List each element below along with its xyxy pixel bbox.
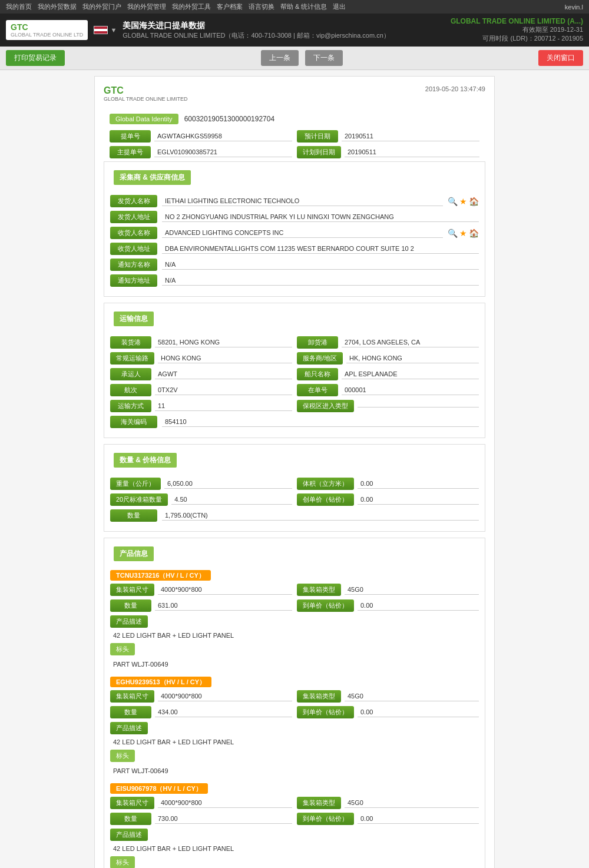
destination-label: 服务商/地区: [297, 352, 343, 365]
nav-language[interactable]: 语言切换: [249, 2, 274, 11]
mark-value-2: PART WLJT-00649: [110, 766, 479, 776]
discharge-port-pair: 卸货港 2704, LOS ANGELES, CA: [297, 336, 479, 349]
teu-value: 4.50: [171, 495, 292, 505]
weight-label: 重量（公斤）: [110, 478, 161, 490]
container-size-pair-3: 集装箱尺寸 4000*900*800: [110, 797, 292, 809]
prod-price-pair-2: 到单价（钻价） 0.00: [297, 706, 479, 718]
container-type-pair-2: 集装箱类型 45G0: [297, 690, 479, 703]
user-info: kevin.l: [565, 4, 583, 11]
mark-label-2: 标头: [110, 750, 135, 762]
buyer-seller-section: 采集商 & 供应商信息 发货人名称 IETHAI LIGHTING ELECTR…: [104, 161, 485, 297]
transport-mode-value: 11: [155, 401, 292, 411]
forwarder-pair: 承运人 AGWT: [110, 368, 292, 380]
nav-logout[interactable]: 退出: [333, 2, 346, 11]
weight-value: 6,050.00: [164, 479, 292, 489]
next-button-top[interactable]: 下一条: [305, 50, 343, 66]
mark-area-1: 标头: [110, 643, 479, 657]
consignee-search-icon[interactable]: 🔍: [448, 228, 458, 238]
top-navigation: 我的首页 我的外贸数据 我的外贸门户 我的外贸管理 我的外贸工具 客户档案 语言…: [0, 0, 589, 14]
products-header: 产品信息: [104, 538, 485, 568]
validity-date: 有效期至 2019-12-31: [451, 25, 583, 34]
close-button-top[interactable]: 关闭窗口: [538, 50, 583, 66]
container-type-label-1: 集装箱类型: [297, 584, 341, 596]
logo: GTC GLOBAL TRADE ONLINE LTD: [6, 20, 88, 40]
nav-tools[interactable]: 我的外贸工具: [172, 2, 211, 11]
action-bar-top: 打印贸易记录 上一条 下一条 关闭窗口: [0, 47, 589, 70]
quantity-row: 数量 1,795.00(CTN): [110, 509, 479, 522]
buyer-seller-title: 采集商 & 供应商信息: [114, 170, 191, 185]
weight-pair: 重量（公斤） 6,050.00: [110, 478, 292, 490]
hs-code-label: 海关编码: [110, 416, 157, 428]
products-content: TCNU3173216（HV / L / CY） 集装箱尺寸 4000*900*…: [104, 568, 485, 868]
bonded-value: [358, 405, 479, 408]
voyage-pair: 航次 0TX2V: [110, 384, 292, 396]
record-timestamp: 2019-05-20 13:47:49: [425, 85, 485, 92]
prod-qty-pair-2: 数量 434.00: [110, 706, 292, 718]
planned-eta-label: 计划到日期: [297, 146, 341, 158]
mark-label-1: 标头: [110, 643, 135, 655]
shipping-title: 运输信息: [114, 312, 154, 326]
teu-label: 20尺标准箱数量: [110, 493, 168, 506]
prod-qty-value-2: 434.00: [155, 707, 292, 717]
shipping-content: 装货港 58201, HONG KONG 卸货港 2704, LOS ANGEL…: [104, 333, 485, 438]
consignee-name-value: ADVANCED LIGHTING CONCEPTS INC: [162, 228, 443, 238]
nav-help[interactable]: 帮助 & 统计信息: [280, 2, 327, 11]
global-id-row: Global Data Identity 6003201905130000019…: [104, 111, 485, 127]
print-button-top[interactable]: 打印贸易记录: [6, 50, 65, 66]
forwarder-label: 承运人: [110, 368, 151, 380]
mark-value-1: PART WLJT-00649: [110, 660, 479, 669]
bonded-label: 保税区进入类型: [297, 400, 354, 412]
consignee-star-icon[interactable]: ★: [459, 228, 467, 238]
consignee-home-icon[interactable]: 🏠: [469, 228, 479, 238]
shipper-star-icon[interactable]: ★: [459, 197, 467, 206]
record-logo-text: GTC: [104, 85, 188, 96]
bill-no-pair: 提单号 AGWTAGHKGS59958: [110, 130, 292, 143]
master-bill-pair: 主提单号 EGLV010900385721: [110, 146, 292, 158]
prod-price-value-2: 0.00: [358, 707, 479, 717]
shipper-search-icon[interactable]: 🔍: [448, 197, 458, 206]
prev-button-top[interactable]: 上一条: [261, 50, 299, 66]
prod-price-label-1: 到单价（钻价）: [297, 599, 354, 612]
us-flag: [94, 26, 108, 34]
quantity-price-section: 数量 & 价格信息 重量（公斤） 6,050.00 体积（立方米） 0.00 2…: [104, 444, 485, 532]
vessel-value: APL ESPLANADE: [342, 369, 479, 379]
prod-price-pair-1: 到单价（钻价） 0.00: [297, 599, 479, 612]
loading-port-value: 58201, HONG KONG: [155, 337, 292, 347]
nav-home[interactable]: 我的首页: [6, 2, 32, 11]
vessel-pair: 船只名称 APL ESPLANADE: [297, 368, 479, 380]
consignee-addr-row: 收货人地址 DBA ENVIRONMENTALLIGHTS COM 11235 …: [110, 243, 479, 255]
prod-price-value-1: 0.00: [358, 601, 479, 611]
products-section: 产品信息 TCNU3173216（HV / L / CY） 集装箱尺寸 4000…: [104, 538, 485, 868]
planned-eta-pair: 计划到日期 20190511: [297, 146, 479, 158]
container-size-value-1: 4000*900*800: [158, 585, 292, 595]
volume-label: 体积（立方米）: [297, 478, 354, 490]
prod-desc-value-3: 42 LED LIGHT BAR + LED LIGHT PANEL: [110, 843, 479, 854]
container-size-pair-1: 集装箱尺寸 4000*900*800: [110, 584, 292, 596]
voyage-value: 0TX2V: [155, 385, 292, 395]
nav-clients[interactable]: 客户档案: [217, 2, 243, 11]
shipper-addr-label: 发货人地址: [110, 211, 157, 223]
nav-manage[interactable]: 我的外贸管理: [127, 2, 166, 11]
transport-mode-pair: 运输方式 11: [110, 400, 292, 412]
record-header: GTC GLOBAL TRADE ONLINE LIMITED 2019-05-…: [104, 85, 485, 102]
notify-addr-value: N/A: [162, 276, 479, 286]
master-bill-label: 主提单号: [110, 146, 151, 158]
shipper-name-value: IETHAI LIGHTING ELECTRONIC TECHNOLO: [162, 196, 443, 206]
transport-mode-label: 运输方式: [110, 400, 151, 412]
nav-links: 我的首页 我的外贸数据 我的外贸门户 我的外贸管理 我的外贸工具 客户档案 语言…: [6, 2, 346, 11]
mark-label-3: 标头: [110, 856, 135, 868]
container-size-label-2: 集装箱尺寸: [110, 690, 154, 703]
nav-portal[interactable]: 我的外贸门户: [82, 2, 121, 11]
prod-qty-value-1: 631.00: [155, 601, 292, 611]
buyer-seller-content: 发货人名称 IETHAI LIGHTING ELECTRONIC TECHNOL…: [104, 192, 485, 296]
consignee-icons: 🔍 ★ 🏠: [448, 228, 479, 238]
master-bill-value: EGLV010900385721: [154, 147, 292, 157]
bill-count-pair: 在单号 000001: [297, 384, 479, 396]
container-type-value-1: 45G0: [345, 585, 479, 595]
record-container: GTC GLOBAL TRADE ONLINE LIMITED 2019-05-…: [94, 76, 495, 868]
nav-data[interactable]: 我的外贸数据: [38, 2, 77, 11]
company-name: GLOBAL TRADE ONLINE LIMITED (A...): [451, 17, 583, 25]
qp-header: 数量 & 价格信息: [104, 445, 485, 475]
shipper-home-icon[interactable]: 🏠: [469, 197, 479, 206]
mark-area-3: 标头: [110, 856, 479, 868]
